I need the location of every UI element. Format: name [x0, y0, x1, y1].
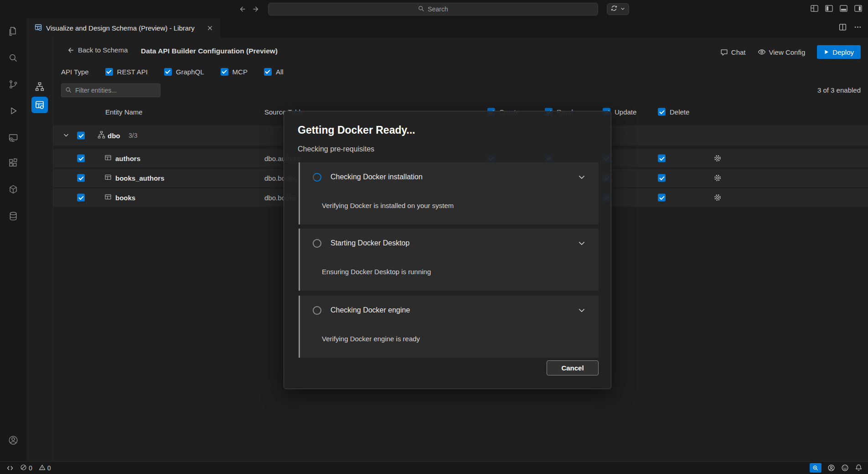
- schema-designer-icon: [35, 24, 42, 32]
- database-icon[interactable]: [8, 211, 19, 222]
- deploy-button[interactable]: Deploy: [817, 45, 861, 59]
- designer-tool-strip: [26, 38, 53, 461]
- enabled-summary: 3 of 3 enabled: [817, 86, 861, 94]
- extensions-icon[interactable]: [8, 157, 19, 168]
- tab-close-icon[interactable]: [205, 23, 215, 33]
- chat-button[interactable]: Chat: [720, 48, 746, 56]
- chevron-down-icon[interactable]: [62, 131, 71, 140]
- all-option[interactable]: All: [264, 68, 284, 76]
- pending-circle-icon: [313, 306, 321, 315]
- table-icon: [104, 193, 112, 202]
- mcp-option[interactable]: MCP: [221, 68, 248, 76]
- dialog-subtitle: Checking pre-requisites: [298, 145, 374, 153]
- customize-layout-icon[interactable]: [810, 4, 819, 13]
- toggle-panel-icon[interactable]: [839, 4, 848, 13]
- delete-all-checkbox[interactable]: [658, 108, 666, 116]
- step-title: Checking Docker engine: [331, 306, 410, 314]
- cancel-button[interactable]: Cancel: [547, 360, 599, 375]
- history-forward-icon[interactable]: [251, 4, 261, 14]
- all-checkbox[interactable]: [264, 68, 272, 76]
- search-placeholder: Search: [428, 5, 448, 13]
- mcp-label: MCP: [232, 68, 248, 76]
- vscode-window: Search: [0, 0, 868, 474]
- schema-visualizer-icon[interactable]: [35, 82, 45, 92]
- docker-step-engine[interactable]: Checking Docker engine Verifying Docker …: [299, 296, 599, 358]
- row-settings-icon[interactable]: [713, 174, 722, 182]
- filter-entities-input[interactable]: [61, 83, 160, 97]
- step-description: Verifying Docker is installed on your sy…: [322, 202, 454, 209]
- search-icon[interactable]: [8, 52, 19, 63]
- row-select-checkbox[interactable]: [77, 174, 85, 182]
- row-select-checkbox[interactable]: [77, 155, 85, 162]
- search-icon: [418, 5, 424, 13]
- rest-api-option[interactable]: REST API: [105, 68, 148, 76]
- entity-name: books: [115, 194, 135, 202]
- more-actions-icon[interactable]: [854, 23, 862, 33]
- row-settings-icon[interactable]: [713, 154, 722, 162]
- sync-branch-icon: [610, 5, 618, 14]
- back-to-schema-button[interactable]: Back to Schema: [67, 46, 128, 54]
- toggle-secondary-sidebar-icon[interactable]: [854, 4, 863, 13]
- table-icon: [104, 154, 112, 163]
- toggle-sidebar-icon[interactable]: [825, 4, 833, 13]
- layout-sync-dropdown[interactable]: [607, 3, 629, 15]
- graphql-checkbox[interactable]: [164, 68, 172, 76]
- group-name: dbo: [108, 132, 120, 140]
- notifications-bell-icon[interactable]: [855, 464, 863, 472]
- delete-checkbox[interactable]: [658, 194, 666, 202]
- errors-indicator[interactable]: 0: [18, 464, 34, 472]
- chevron-down-icon[interactable]: [577, 238, 587, 248]
- warnings-indicator[interactable]: 0: [37, 464, 53, 472]
- zoom-indicator-icon[interactable]: [810, 463, 822, 473]
- error-icon: [20, 464, 27, 472]
- rest-api-checkbox[interactable]: [105, 68, 113, 76]
- tab-bar: Visualize and Design Schema (Preview) - …: [26, 18, 868, 38]
- chat-label: Chat: [731, 48, 746, 56]
- mcp-checkbox[interactable]: [221, 68, 228, 76]
- delete-checkbox[interactable]: [658, 174, 666, 182]
- chevron-down-icon[interactable]: [577, 305, 587, 315]
- step-description: Ensuring Docker Desktop is running: [322, 268, 431, 276]
- tab-schema-designer[interactable]: Visualize and Design Schema (Preview) - …: [26, 18, 220, 38]
- split-editor-icon[interactable]: [839, 23, 847, 33]
- docker-step-desktop[interactable]: Starting Docker Desktop Ensuring Docker …: [299, 229, 599, 291]
- pending-circle-icon: [313, 239, 321, 248]
- accounts-icon[interactable]: [827, 464, 835, 472]
- explorer-icon[interactable]: [8, 26, 19, 37]
- containers-icon[interactable]: [8, 184, 19, 195]
- history-back-icon[interactable]: [237, 4, 247, 14]
- chevron-down-icon[interactable]: [577, 172, 587, 182]
- sql-connections-icon[interactable]: [8, 132, 19, 143]
- run-debug-icon[interactable]: [8, 105, 19, 116]
- graphql-option[interactable]: GraphQL: [164, 68, 204, 76]
- feedback-smiley-icon[interactable]: [841, 464, 849, 472]
- row-settings-icon[interactable]: [713, 193, 722, 202]
- cancel-label: Cancel: [561, 364, 584, 372]
- table-icon: [104, 174, 112, 182]
- docker-ready-dialog: Getting Docker Ready... Checking pre-req…: [284, 111, 611, 389]
- page-title: Data API Builder Configuration (Preview): [141, 47, 278, 55]
- dialog-title: Getting Docker Ready...: [298, 124, 415, 136]
- data-api-builder-icon[interactable]: [31, 97, 48, 113]
- loading-spinner-icon: [313, 173, 321, 182]
- col-update: Update: [615, 108, 636, 116]
- schema-icon: [98, 131, 105, 140]
- group-select-checkbox[interactable]: [77, 132, 85, 140]
- status-bar: 0 0: [0, 461, 868, 474]
- remote-indicator-icon[interactable]: [5, 464, 16, 472]
- row-select-checkbox[interactable]: [77, 194, 85, 202]
- error-count: 0: [29, 464, 32, 472]
- view-config-button[interactable]: View Config: [758, 48, 806, 56]
- back-to-schema-label: Back to Schema: [78, 46, 128, 54]
- delete-checkbox[interactable]: [658, 155, 666, 162]
- command-center-search[interactable]: Search: [268, 3, 598, 16]
- col-entity-name: Entity Name: [105, 108, 143, 116]
- entity-name: books_authors: [115, 174, 165, 182]
- group-count: 3/3: [129, 132, 137, 139]
- docker-step-installation[interactable]: Checking Docker installation Verifying D…: [299, 162, 599, 224]
- step-title: Checking Docker installation: [331, 173, 423, 181]
- titlebar: Search: [0, 0, 868, 18]
- account-icon[interactable]: [8, 435, 19, 446]
- chevron-down-icon: [620, 5, 625, 13]
- source-control-icon[interactable]: [8, 79, 19, 90]
